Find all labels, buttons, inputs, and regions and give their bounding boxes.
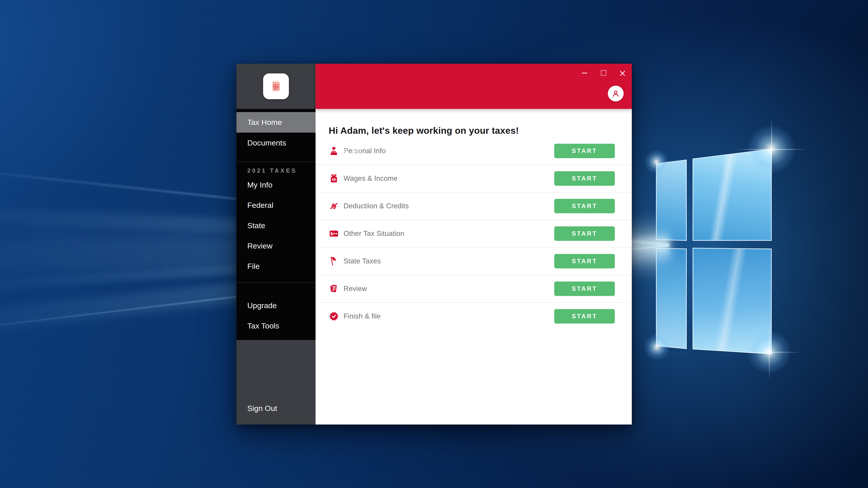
maximize-button[interactable] <box>599 69 608 77</box>
windows-logo-pane-top-right <box>692 147 772 242</box>
task-row-deductiion-credits[interactable]: $Deductiion & CreditsSTART <box>315 193 632 220</box>
task-row-review[interactable]: ReviewSTART <box>315 275 632 303</box>
window-controls <box>580 69 627 77</box>
sidebar-item-upgrade[interactable]: Upgrade <box>237 295 315 316</box>
greeting: Hi Adam, let's keep working on your taxe… <box>329 125 615 136</box>
sidebar: TAX Tax HomeDocuments 2021 TAXES My Info… <box>237 64 315 424</box>
close-button[interactable] <box>618 69 627 77</box>
money-dashes-icon: $ <box>329 228 339 239</box>
start-button-deductiion-credits[interactable]: START <box>554 199 615 213</box>
close-icon <box>620 70 625 76</box>
federal-tax-due-block: Federal Tax Due $532 <box>326 147 374 173</box>
start-button-personal-info[interactable]: START <box>554 144 615 158</box>
sidebar-item-tax-tools[interactable]: Tax Tools <box>237 316 315 336</box>
task-label: Deductiion & Credits <box>344 202 409 210</box>
flag-icon <box>329 256 339 266</box>
minimize-icon <box>582 73 587 73</box>
sidebar-item-review[interactable]: Review <box>237 236 315 256</box>
on-tax-due-value: $1,253 <box>399 156 436 165</box>
federal-tax-due-value: $532 <box>326 163 374 173</box>
sidebar-section-label: 2021 TAXES <box>237 166 315 175</box>
maximize-icon <box>601 70 606 76</box>
sidebar-logo-area: TAX <box>237 64 315 109</box>
task-label: Wages & Income <box>344 174 398 183</box>
tax-due-summary: Federal Tax Due $532 On Tax Due $1,253 <box>326 147 436 173</box>
windows-logo-pane-bottom-right <box>692 247 772 355</box>
logo-text: TAX <box>273 85 278 89</box>
sidebar-item-sign-out[interactable]: Sign Out <box>237 401 315 415</box>
minimize-button[interactable] <box>580 69 589 77</box>
sidebar-item-tax-home[interactable]: Tax Home <box>237 112 315 133</box>
person-outline-icon <box>611 89 620 98</box>
sidebar-item-documents[interactable]: Documents <box>237 133 315 153</box>
on-tax-due-label: On Tax Due <box>399 147 436 154</box>
windows-desktop: TAX Tax HomeDocuments 2021 TAXES My Info… <box>0 0 868 488</box>
due-divider <box>384 147 385 173</box>
sidebar-item-file[interactable]: File <box>237 256 315 276</box>
app-header: Federal Tax Due $532 On Tax Due $1,253 <box>315 64 632 109</box>
sidebar-divider <box>237 282 315 283</box>
sidebar-footer: Sign Out <box>237 340 315 424</box>
badge-check-icon <box>329 311 339 322</box>
windows-logo-pane-bottom-left <box>656 247 687 349</box>
start-button-state-taxes[interactable]: START <box>554 254 615 268</box>
task-label: Finish & file <box>344 312 381 320</box>
sidebar-item-my-info[interactable]: My Info <box>237 175 315 195</box>
sidebar-item-state[interactable]: State <box>237 215 315 236</box>
task-label: Review <box>344 285 367 293</box>
task-row-finish-file[interactable]: Finish & fileSTART <box>315 303 632 330</box>
task-label: State Taxes <box>344 257 381 265</box>
sidebar-item-federal[interactable]: Federal <box>237 195 315 215</box>
start-button-other-tax-situation[interactable]: START <box>554 226 615 241</box>
tax-app-window: TAX Tax HomeDocuments 2021 TAXES My Info… <box>237 64 632 424</box>
federal-tax-due-label: Federal Tax Due <box>326 147 374 162</box>
sidebar-nav: Tax HomeDocuments 2021 TAXES My InfoFede… <box>237 109 315 340</box>
start-button-wages-income[interactable]: START <box>554 171 615 186</box>
dollar-strike-icon: $ <box>329 201 339 211</box>
sidebar-divider <box>237 162 315 162</box>
task-label: Other Tax Situation <box>344 230 404 238</box>
tax-receipt-icon: TAX <box>263 73 289 99</box>
svg-text:$: $ <box>330 231 333 236</box>
windows-logo-pane-top-left <box>656 158 687 242</box>
task-row-other-tax-situation[interactable]: $Other Tax SituationSTART <box>315 220 632 248</box>
account-button[interactable] <box>608 86 624 101</box>
start-button-finish-file[interactable]: START <box>554 309 615 324</box>
receipt-lines-icon <box>329 284 339 294</box>
on-tax-due-block: On Tax Due $1,253 <box>399 147 436 173</box>
task-row-state-taxes[interactable]: State TaxesSTART <box>315 248 632 275</box>
cash-register-icon <box>329 173 339 184</box>
main-column: Federal Tax Due $532 On Tax Due $1,253 <box>315 64 632 424</box>
start-button-review[interactable]: START <box>554 282 615 296</box>
